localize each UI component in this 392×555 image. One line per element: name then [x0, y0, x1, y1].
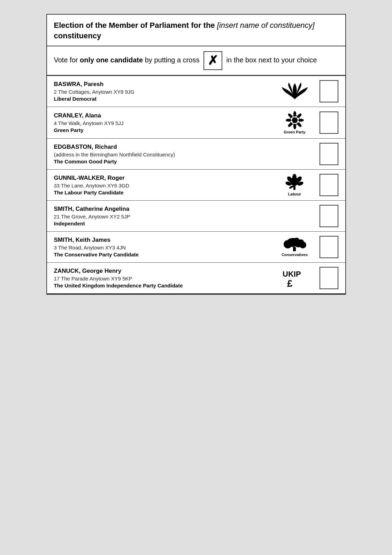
ukip-logo: UKIP £	[276, 268, 314, 288]
ballot-paper: Election of the Member of Parliament for…	[46, 14, 346, 295]
cross-example-box: ✗	[203, 51, 222, 70]
vote-box[interactable]	[320, 143, 338, 165]
svg-text:UKIP: UKIP	[283, 270, 301, 278]
green-party-label: Green Party	[284, 130, 305, 134]
candidate-party: The Common Good Party	[54, 159, 270, 164]
svg-rect-18	[293, 185, 295, 190]
svg-point-13	[292, 174, 297, 181]
green-party-logo: Green Party	[276, 111, 314, 134]
vote-box[interactable]	[320, 80, 338, 102]
candidate-info: SMITH, Keith James 3 The Road, Anytown X…	[54, 237, 270, 257]
candidate-party: The United Kingdom Independence Party Ca…	[54, 283, 270, 288]
labour-logo: Labour	[276, 174, 314, 196]
svg-rect-24	[293, 247, 296, 251]
svg-point-27	[298, 239, 304, 245]
candidate-address: 4 The Walk, Anytown XY9 5JJ	[54, 120, 270, 126]
svg-point-6	[296, 113, 302, 119]
table-row: ZANUCK, George Henry 17 The Parade Anyto…	[47, 263, 345, 294]
svg-point-19	[289, 185, 294, 189]
vote-box[interactable]	[320, 205, 338, 227]
conservative-label: Conservatives	[282, 253, 308, 257]
candidate-name: SMITH, Keith James	[54, 237, 270, 244]
candidate-name: EDGBASTON, Richard	[54, 144, 270, 151]
vote-box[interactable]	[320, 174, 338, 196]
table-row: EDGBASTON, Richard (address in the Birmi…	[47, 139, 345, 170]
candidate-info: SMITH, Catherine Angelina 21 The Grove, …	[54, 206, 270, 226]
instructions-section: Vote for only one candidate by putting a…	[47, 46, 345, 76]
svg-point-25	[287, 238, 294, 245]
candidate-info: ZANUCK, George Henry 17 The Parade Anyto…	[54, 268, 270, 288]
candidate-address: 3 The Road, Anytown XY3 4JN	[54, 245, 270, 250]
candidate-info: BASWRA, Paresh 2 The Cottages, Anytown X…	[54, 81, 270, 102]
conservative-logo: Conservatives	[276, 237, 314, 257]
candidate-name: CRANLEY, Alana	[54, 112, 270, 119]
vote-box[interactable]	[320, 111, 338, 134]
lib-dem-logo	[276, 82, 314, 101]
candidate-name: GUNNIL-WALKER, Roger	[54, 175, 270, 182]
candidate-address: 17 The Parade Anytown XY9 5KP	[54, 276, 270, 282]
candidate-address: 21 The Grove, Anytown XY2 5JP	[54, 214, 270, 219]
candidate-address: 33 The Lane, Anytown XY6 3GD	[54, 183, 270, 188]
ballot-title: Election of the Member of Parliament for…	[54, 20, 338, 41]
table-row: SMITH, Keith James 3 The Road, Anytown X…	[47, 232, 345, 263]
svg-point-7	[287, 122, 293, 128]
table-row: BASWRA, Paresh 2 The Cottages, Anytown X…	[47, 76, 345, 107]
instructions-text: Vote for only one candidate by putting a…	[54, 51, 338, 70]
candidate-party: The Conservative Party Candidate	[54, 252, 270, 257]
table-row: SMITH, Catherine Angelina 21 The Grove, …	[47, 201, 345, 232]
svg-point-8	[296, 122, 302, 128]
candidate-address: (address in the Birmingham Northfield Co…	[54, 152, 270, 157]
vote-box[interactable]	[320, 236, 338, 258]
candidate-info: CRANLEY, Alana 4 The Walk, Anytown XY9 5…	[54, 112, 270, 133]
svg-point-5	[287, 113, 293, 119]
candidate-party: Green Party	[54, 127, 270, 133]
cross-symbol: ✗	[208, 54, 218, 67]
candidate-name: BASWRA, Paresh	[54, 81, 270, 88]
candidate-info: EDGBASTON, Richard (address in the Birmi…	[54, 144, 270, 164]
svg-text:£: £	[287, 278, 293, 288]
candidate-party: Independent	[54, 221, 270, 226]
candidates-list: BASWRA, Paresh 2 The Cottages, Anytown X…	[47, 76, 345, 294]
table-row: GUNNIL-WALKER, Roger 33 The Lane, Anytow…	[47, 170, 345, 201]
candidate-address: 2 The Cottages, Anytown XY8 9JG	[54, 89, 270, 95]
table-row: CRANLEY, Alana 4 The Walk, Anytown XY9 5…	[47, 107, 345, 139]
candidate-name: SMITH, Catherine Angelina	[54, 206, 270, 213]
candidate-name: ZANUCK, George Henry	[54, 268, 270, 275]
candidate-info: GUNNIL-WALKER, Roger 33 The Lane, Anytow…	[54, 175, 270, 195]
vote-box[interactable]	[320, 267, 338, 289]
candidate-party: Liberal Democrat	[54, 96, 270, 102]
candidate-party: The Labour Party Candidate	[54, 190, 270, 195]
ballot-header: Election of the Member of Parliament for…	[47, 15, 345, 46]
labour-label: Labour	[288, 192, 301, 196]
